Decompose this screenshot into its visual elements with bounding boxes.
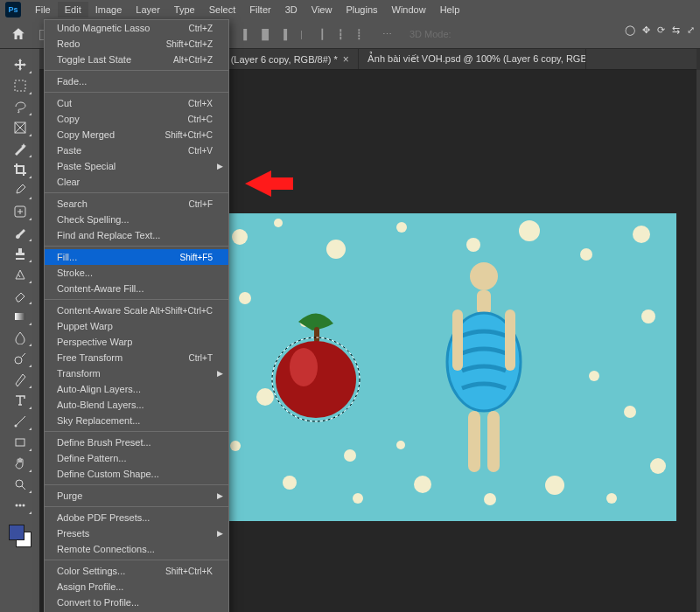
menuitem-check-spelling[interactable]: Check Spelling... bbox=[45, 212, 228, 227]
menuitem-puppet-warp[interactable]: Puppet Warp bbox=[45, 318, 228, 334]
right-panel-rail[interactable] bbox=[696, 70, 700, 612]
menuitem-copy[interactable]: CopyCtrl+C bbox=[45, 111, 228, 127]
rotate3d-icon[interactable]: ⟳ bbox=[657, 24, 665, 36]
menuitem-content-aware-fill[interactable]: Content-Aware Fill... bbox=[45, 281, 228, 296]
svg-rect-3 bbox=[15, 313, 25, 320]
3d-mode-label: 3D Mode: bbox=[410, 29, 452, 39]
menuitem-toggle-last-state[interactable]: Toggle Last StateAlt+Ctrl+Z bbox=[45, 52, 228, 67]
tool-eyedropper[interactable] bbox=[7, 180, 33, 201]
color-swatches[interactable] bbox=[7, 523, 33, 549]
menuitem-find-and-replace-text[interactable]: Find and Replace Text... bbox=[45, 227, 228, 243]
menuitem-fill[interactable]: Fill...Shift+F5 bbox=[45, 249, 228, 265]
menuitem-remote-connections[interactable]: Remote Connections... bbox=[45, 541, 228, 557]
menuitem-paste-special[interactable]: Paste Special▶ bbox=[45, 158, 228, 174]
menu-filter[interactable]: Filter bbox=[242, 2, 277, 17]
tool-more[interactable] bbox=[7, 495, 33, 516]
align-hcenter-icon[interactable]: █ bbox=[257, 26, 273, 42]
menuitem-purge[interactable]: Purge▶ bbox=[45, 488, 228, 504]
tool-crop[interactable] bbox=[7, 159, 33, 180]
menuitem-label: Free Transform bbox=[57, 352, 122, 363]
tool-rect[interactable] bbox=[7, 432, 33, 453]
document-tab[interactable]: Ảnh bài viết VOH.psd @ 100% (Layer 6 cop… bbox=[359, 49, 586, 69]
menuitem-label: Fill... bbox=[57, 252, 77, 262]
tool-brush[interactable] bbox=[7, 222, 33, 243]
menuitem-label: Auto-Align Layers... bbox=[57, 384, 141, 394]
orbit-icon[interactable]: ◯ bbox=[625, 24, 635, 36]
align-left-icon[interactable]: ▌ bbox=[239, 26, 255, 42]
menu-type[interactable]: Type bbox=[167, 2, 202, 17]
menuitem-adobe-pdf-presets[interactable]: Adobe PDF Presets... bbox=[45, 510, 228, 525]
tool-move[interactable] bbox=[7, 54, 33, 75]
menuitem-sky-replacement[interactable]: Sky Replacement... bbox=[45, 413, 228, 428]
menuitem-transform[interactable]: Transform▶ bbox=[45, 365, 228, 381]
menuitem-search[interactable]: SearchCtrl+F bbox=[45, 196, 228, 212]
menu-plugins[interactable]: Plugins bbox=[339, 2, 384, 17]
tool-marquee[interactable] bbox=[7, 75, 33, 96]
menuitem-label: Redo bbox=[57, 38, 80, 49]
tool-type[interactable] bbox=[7, 390, 33, 411]
slide3d-icon[interactable]: ⇆ bbox=[672, 24, 680, 36]
menuitem-content-aware-scale[interactable]: Content-Aware ScaleAlt+Shift+Ctrl+C bbox=[45, 303, 228, 318]
pan3d-icon[interactable]: ✥ bbox=[642, 24, 650, 36]
tool-frame[interactable] bbox=[7, 117, 33, 138]
menuitem-convert-to-profile[interactable]: Convert to Profile... bbox=[45, 595, 228, 610]
tool-hand[interactable] bbox=[7, 453, 33, 474]
svg-point-8 bbox=[15, 504, 18, 507]
fg-color[interactable] bbox=[9, 525, 24, 540]
home-icon[interactable] bbox=[9, 24, 28, 44]
menuitem-label: Content-Aware Fill... bbox=[57, 283, 144, 294]
menuitem-free-transform[interactable]: Free TransformCtrl+T bbox=[45, 350, 228, 365]
menu-help[interactable]: Help bbox=[433, 2, 467, 17]
menu-image[interactable]: Image bbox=[88, 2, 130, 17]
menuitem-define-brush-preset[interactable]: Define Brush Preset... bbox=[45, 435, 228, 450]
menuitem-clear[interactable]: Clear bbox=[45, 174, 228, 190]
tool-dodge[interactable] bbox=[7, 348, 33, 369]
tool-lasso[interactable] bbox=[7, 96, 33, 117]
tool-path[interactable] bbox=[7, 411, 33, 432]
close-icon[interactable]: × bbox=[343, 53, 349, 66]
options-right-icons: ◯ ✥ ⟳ ⇆ ⤢ bbox=[625, 24, 695, 36]
menu-window[interactable]: Window bbox=[385, 2, 433, 17]
more-align-icon[interactable]: ⋯ bbox=[380, 26, 396, 42]
dist-3-icon[interactable]: ┋ bbox=[352, 26, 368, 42]
menu-edit[interactable]: Edit bbox=[58, 2, 88, 17]
tab-label: Ảnh bài viết VOH.psd @ 100% (Layer 6 cop… bbox=[368, 53, 586, 65]
menu-file[interactable]: File bbox=[28, 2, 58, 17]
tool-pen[interactable] bbox=[7, 369, 33, 390]
menuitem-label: Transform bbox=[57, 368, 101, 379]
tool-blur[interactable] bbox=[7, 327, 33, 348]
tool-gradient[interactable] bbox=[7, 306, 33, 327]
menuitem-label: Stroke... bbox=[57, 268, 93, 278]
menu-select[interactable]: Select bbox=[202, 2, 243, 17]
menuitem-label: Toggle Last State bbox=[57, 54, 131, 65]
menuitem-copy-merged[interactable]: Copy MergedShift+Ctrl+C bbox=[45, 127, 228, 143]
app-logo: Ps bbox=[5, 2, 21, 17]
tool-heal[interactable] bbox=[7, 201, 33, 222]
menu-view[interactable]: View bbox=[304, 2, 340, 17]
tool-zoom[interactable] bbox=[7, 474, 33, 495]
shortcut: Shift+Ctrl+Z bbox=[166, 39, 213, 49]
menuitem-perspective-warp[interactable]: Perspective Warp bbox=[45, 334, 228, 350]
menu-3d[interactable]: 3D bbox=[278, 2, 304, 17]
menuitem-color-settings[interactable]: Color Settings...Shift+Ctrl+K bbox=[45, 563, 228, 579]
tool-stamp[interactable] bbox=[7, 243, 33, 264]
menu-separator bbox=[45, 92, 228, 93]
shortcut: Alt+Ctrl+Z bbox=[173, 55, 213, 65]
menuitem-assign-profile[interactable]: Assign Profile... bbox=[45, 579, 228, 595]
scale3d-icon[interactable]: ⤢ bbox=[687, 24, 695, 36]
menuitem-presets[interactable]: Presets▶ bbox=[45, 525, 228, 541]
tool-history[interactable] bbox=[7, 264, 33, 285]
dist-1-icon[interactable]: ┃ bbox=[315, 26, 331, 42]
menuitem-cut[interactable]: CutCtrl+X bbox=[45, 95, 228, 111]
tool-eraser[interactable] bbox=[7, 285, 33, 306]
menuitem-paste[interactable]: PasteCtrl+V bbox=[45, 143, 228, 158]
tool-wand[interactable] bbox=[7, 138, 33, 159]
menuitem-undo-magnetic-lasso[interactable]: Undo Magnetic LassoCtrl+Z bbox=[45, 20, 228, 36]
dist-2-icon[interactable]: ┇ bbox=[333, 26, 349, 42]
menuitem-stroke[interactable]: Stroke... bbox=[45, 265, 228, 281]
menuitem-define-pattern[interactable]: Define Pattern... bbox=[45, 450, 228, 466]
menu-layer[interactable]: Layer bbox=[129, 2, 167, 17]
menuitem-label: Color Settings... bbox=[57, 566, 125, 576]
align-right-icon[interactable]: ▐ bbox=[276, 26, 291, 42]
menuitem-redo[interactable]: RedoShift+Ctrl+Z bbox=[45, 36, 228, 52]
